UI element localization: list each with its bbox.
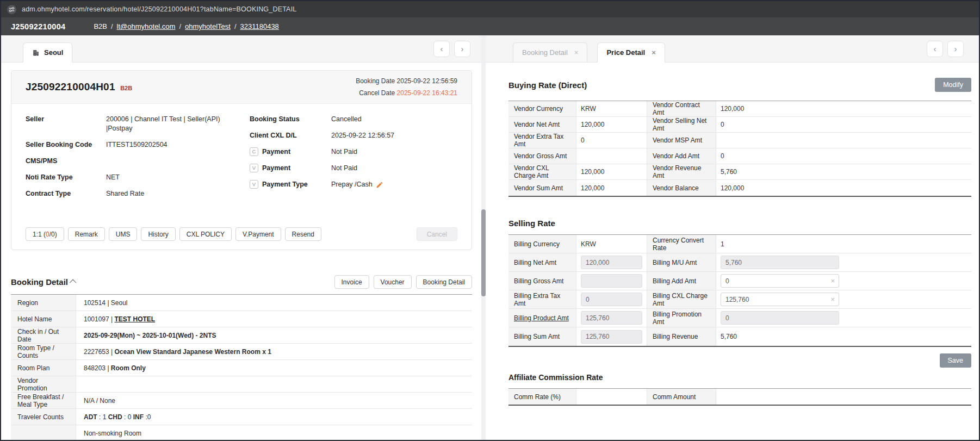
- table-row-room-request: Non-smoking Room: [11, 425, 472, 440]
- booking-panel: Seoul ‹ › J25092210004H01 B2B: [1, 35, 486, 440]
- clear-input-icon[interactable]: ×: [830, 296, 835, 303]
- channel-badge: B2B: [120, 85, 132, 91]
- booking-card-body: Seller 200006 | Channel IT Test | Seller…: [11, 104, 472, 207]
- cancel-date-value: 2025-09-22 16:43:21: [397, 89, 457, 97]
- billing-mu-amt-input: [721, 256, 839, 269]
- address-bar[interactable]: adm.ohmyhotel.com/reservation/hotel/J250…: [1, 1, 979, 17]
- billing-product-amt-input: [581, 311, 642, 325]
- booking-detail-title: Booking Detail: [11, 277, 68, 287]
- site-info-icon[interactable]: [7, 4, 17, 15]
- table-row: Comm Rate (%) Comm Amount: [508, 389, 971, 405]
- buying-rate-head: Buying Rate (Direct) Modify: [508, 78, 971, 92]
- table-row-checkin-out: Check in / Out Date 2025-09-29(Mon) ~ 20…: [11, 327, 472, 344]
- booking-dates: Booking Date 2025-09-22 12:56:59 Cancel …: [356, 75, 457, 99]
- breadcrumb: B2B / lt@ohmyhotel.com / ohmyhotelTest /…: [94, 22, 278, 30]
- field-noti-rate-type: Noti Rate Type NET: [26, 173, 250, 182]
- c-tag: C: [250, 147, 258, 156]
- left-panel-scrollbar[interactable]: [481, 35, 486, 440]
- chevron-left-icon[interactable]: ‹: [927, 41, 943, 57]
- reservation-header: J25092210004 B2B / lt@ohmyhotel.com / oh…: [1, 17, 979, 35]
- booking-detail-section-head: Booking Detail Invoice Voucher Booking D…: [11, 275, 472, 289]
- left-tabbar: Seoul ‹ ›: [1, 35, 486, 63]
- billing-add-amt-input[interactable]: [721, 274, 839, 288]
- right-tabbar: Booking Detail × Price Detail × ‹ ›: [486, 35, 979, 63]
- remark-button[interactable]: Remark: [68, 227, 105, 241]
- v-tag: V: [250, 180, 258, 189]
- table-row: Billing CurrencyKRW Currency Convert Rat…: [508, 235, 971, 253]
- table-row-vendor-promotion: Vendor Promotion: [11, 376, 472, 393]
- field-contract-type: Contract Type Shared Rate: [26, 189, 250, 198]
- collapse-section-icon[interactable]: [70, 279, 77, 287]
- table-row: Vendor CurrencyKRW Vendor Contract Amt12…: [508, 101, 971, 117]
- hotel-name-link[interactable]: TEST HOTEL: [115, 315, 156, 323]
- table-row: Billing Sum Amt Billing Revenue 5,760: [508, 327, 971, 346]
- field-booking-status: Booking Status Cancelled: [250, 115, 457, 124]
- scrollbar-thumb[interactable]: [481, 209, 486, 296]
- channel-label: B2B: [94, 22, 107, 30]
- billing-cxl-charge-amt-input[interactable]: [721, 293, 839, 306]
- table-row-hotel-name: Hotel Name 1001097 | TEST HOTEL: [11, 311, 472, 327]
- billing-sum-amt-input: [581, 330, 642, 344]
- page-url: adm.ohmyhotel.com/reservation/hotel/J250…: [22, 5, 296, 13]
- field-payment-type: VPayment Type Prepay /Cash: [250, 180, 457, 189]
- table-row: Vendor CXL Charge Amt120,000 Vendor Reve…: [508, 164, 971, 180]
- billing-promotion-amt-input: [721, 311, 839, 325]
- buying-rate-title: Buying Rate (Direct): [508, 80, 587, 90]
- right-tab-nav: ‹ ›: [927, 41, 964, 57]
- close-icon[interactable]: ×: [574, 48, 579, 57]
- cancel-button[interactable]: Cancel: [417, 227, 457, 241]
- booking-action-buttons: 1:1 (0/0) Remark UMS History CXL POLICY …: [11, 227, 472, 250]
- v-tag: V: [250, 164, 258, 172]
- booking-detail-button[interactable]: Booking Detail: [416, 275, 472, 289]
- affiliate-head: Affiliate Commission Rate: [508, 373, 971, 382]
- chevron-right-icon[interactable]: ›: [454, 41, 470, 57]
- selling-rate-title: Selling Rate: [508, 219, 555, 228]
- voucher-button[interactable]: Voucher: [374, 275, 412, 289]
- cxl-policy-button[interactable]: CXL POLICY: [179, 227, 232, 241]
- field-seller-booking-code: Seller Booking Code ITTEST1509202504: [26, 140, 250, 150]
- ums-button[interactable]: UMS: [109, 227, 138, 241]
- field-client-cxl-dl: Client CXL D/L 2025-09-22 12:56:57: [250, 131, 457, 140]
- table-row: Vendor Extra Tax Amt0 Vendor MSP Amt: [508, 133, 971, 148]
- table-row: Billing Gross Amt Billing Add Amt ×: [508, 272, 971, 290]
- client-email-link[interactable]: lt@ohmyhotel.com: [117, 22, 176, 30]
- chevron-right-icon[interactable]: ›: [947, 41, 964, 57]
- buying-rate-table: Vendor CurrencyKRW Vendor Contract Amt12…: [508, 101, 971, 197]
- clear-input-icon[interactable]: ×: [830, 277, 835, 284]
- v-payment-button[interactable]: V.Payment: [235, 227, 281, 241]
- chevron-left-icon[interactable]: ‹: [433, 41, 450, 57]
- browser-window: adm.ohmyhotel.com/reservation/hotel/J250…: [0, 0, 980, 441]
- booking-card-header: J25092210004H01 B2B Booking Date 2025-09…: [11, 71, 472, 104]
- modify-button[interactable]: Modify: [935, 78, 971, 92]
- table-row-region: Region 102514 | Seoul: [11, 295, 472, 311]
- billing-product-amt-link[interactable]: Billing Product Amt: [514, 314, 569, 322]
- tab-price-detail[interactable]: Price Detail ×: [597, 42, 665, 63]
- price-panel: Booking Detail × Price Detail × ‹ › Buyi…: [486, 35, 979, 440]
- billing-gross-amt-input: [581, 274, 642, 288]
- booking-detail-table: Region 102514 | Seoul Hotel Name 1001097…: [11, 294, 472, 440]
- one-to-one-button[interactable]: 1:1 (0/0): [26, 227, 64, 241]
- payment-type-value: Prepay /Cash: [331, 180, 373, 189]
- client-account-link[interactable]: ohmyhotelTest: [185, 22, 231, 30]
- booking-date-label: Booking Date: [356, 77, 395, 85]
- table-row: Billing Net Amt Billing M/U Amt: [508, 253, 971, 272]
- tab-seoul[interactable]: Seoul: [23, 42, 72, 63]
- master-booking-number: J25092210004: [11, 22, 65, 31]
- booking-date-value: 2025-09-22 12:56:59: [397, 77, 457, 85]
- table-row: Billing Extra Tax Amt Billing CXL Charge…: [508, 290, 971, 309]
- save-button[interactable]: Save: [940, 353, 972, 368]
- field-v-payment: VPayment Not Paid: [250, 164, 457, 173]
- booking-info-card: J25092210004H01 B2B Booking Date 2025-09…: [11, 70, 472, 250]
- table-row: Vendor Sum Amt120,000 Vendor Balance120,…: [508, 180, 971, 196]
- booking-id: J25092210004H01: [26, 81, 115, 92]
- table-row-free-breakfast: Free Breakfast / Meal Type N/A / None: [11, 393, 472, 409]
- tab-booking-detail[interactable]: Booking Detail ×: [513, 42, 587, 63]
- close-icon[interactable]: ×: [652, 48, 656, 57]
- invoice-button[interactable]: Invoice: [334, 275, 369, 289]
- history-button[interactable]: History: [141, 227, 175, 241]
- resend-button[interactable]: Resend: [285, 227, 321, 241]
- client-phone-link[interactable]: 3231180438: [240, 22, 279, 30]
- affiliate-title: Affiliate Commission Rate: [508, 373, 603, 382]
- edit-pencil-icon[interactable]: [376, 181, 383, 189]
- table-row-room-type: Room Type / Counts 2227653 | Ocean View …: [11, 344, 472, 360]
